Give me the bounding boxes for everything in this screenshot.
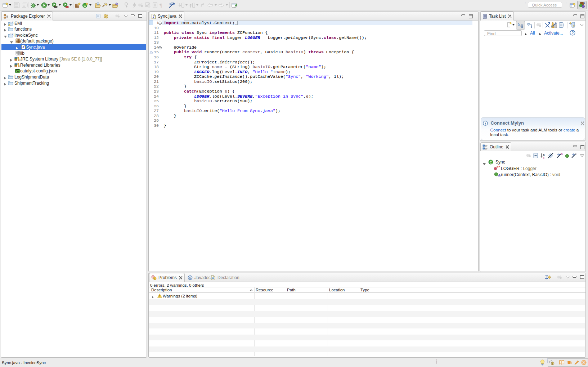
svg-text:J: J: [12, 32, 14, 36]
svg-text:C: C: [490, 160, 492, 164]
svg-text:z: z: [543, 156, 544, 159]
svg-text:?: ?: [571, 31, 574, 35]
svg-text:J: J: [12, 21, 14, 23]
svg-text:L: L: [576, 153, 578, 156]
svg-text:J: J: [22, 45, 24, 49]
svg-text:J: J: [153, 15, 154, 18]
svg-text:C: C: [84, 4, 86, 8]
svg-text:J: J: [583, 2, 585, 5]
svg-text:F: F: [499, 165, 501, 168]
svg-text:Dw: Dw: [16, 70, 20, 72]
svg-text:S: S: [497, 165, 498, 168]
svg-text:¶: ¶: [160, 3, 162, 8]
svg-text:S: S: [561, 153, 563, 156]
